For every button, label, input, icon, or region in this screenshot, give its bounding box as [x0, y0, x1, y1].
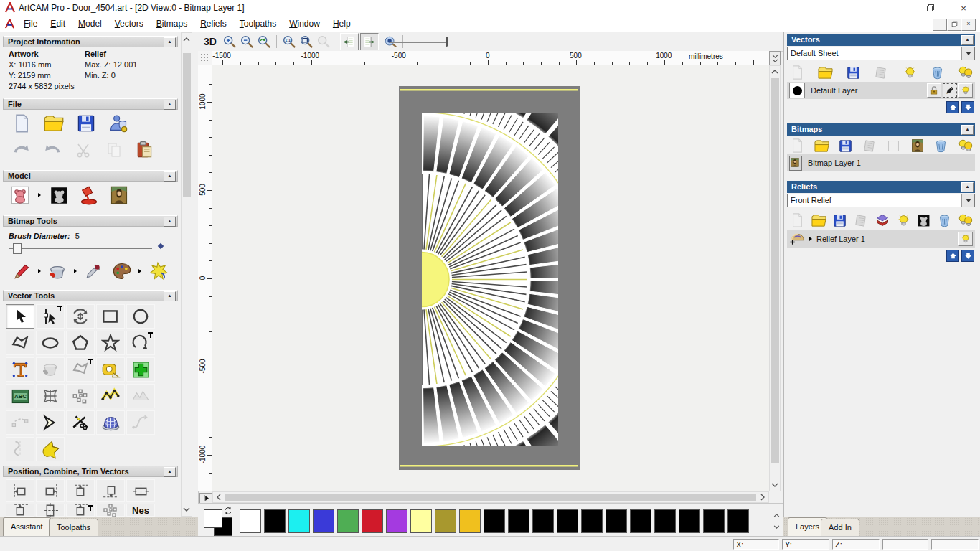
new-relief-layer-button[interactable]: [790, 213, 804, 229]
save-model-button[interactable]: [73, 113, 99, 134]
flyout-arrow-icon[interactable]: [38, 269, 41, 273]
bitmaps-header[interactable]: Bitmaps ▲: [787, 123, 975, 136]
fit-curve-to-points-tool[interactable]: [96, 384, 125, 408]
scroll-down-icon[interactable]: [770, 480, 780, 490]
tab-assistant[interactable]: Assistant: [3, 517, 51, 537]
flyout-arrow-icon[interactable]: [74, 269, 77, 273]
create-star-tool[interactable]: [96, 331, 125, 355]
mdi-close-button[interactable]: ×: [961, 19, 976, 31]
create-polyline-tool[interactable]: [6, 331, 34, 355]
bitmap-layer-row[interactable]: Bitmap Layer 1: [787, 154, 975, 171]
zoom-previous-button[interactable]: [255, 34, 273, 50]
greyscale-from-relief-button[interactable]: [917, 214, 930, 229]
canvas-hscrollbar[interactable]: [212, 491, 769, 503]
align-top-tool[interactable]: [66, 479, 95, 502]
fit-arcs-tool[interactable]: [6, 410, 34, 435]
create-ellipse-tool[interactable]: [36, 331, 65, 355]
2d-view-canvas[interactable]: [212, 65, 769, 491]
collapse-button[interactable]: ▲: [164, 467, 176, 477]
brush-slider-handle[interactable]: [13, 243, 22, 254]
edit-layer-button[interactable]: [943, 83, 957, 98]
palette-swatch-3[interactable]: [313, 509, 334, 533]
copy-button[interactable]: [101, 139, 127, 161]
contrast-slider-track[interactable]: [390, 42, 446, 43]
menu-model[interactable]: Model: [72, 16, 108, 31]
collapse-button[interactable]: ▲: [961, 125, 974, 135]
primary-colour-chip[interactable]: [204, 509, 222, 528]
scroll-left-icon[interactable]: [214, 492, 224, 502]
create-bisector-tool[interactable]: [36, 410, 65, 435]
paste-along-curve-tool[interactable]: [6, 384, 34, 408]
palette-swatch-6[interactable]: [386, 509, 407, 533]
menu-bitmaps[interactable]: Bitmaps: [150, 16, 194, 31]
palette-swatch-17[interactable]: [654, 509, 676, 533]
menu-vectors[interactable]: Vectors: [108, 16, 150, 31]
dropdown-button[interactable]: [961, 47, 974, 60]
menu-window[interactable]: Window: [283, 16, 326, 31]
vector-doctor-tool[interactable]: [126, 357, 155, 382]
delete-bitmap-layer-button[interactable]: [934, 139, 948, 154]
section-bitmap-tools[interactable]: Bitmap Tools ▲: [3, 215, 178, 227]
ruler-units-dropdown[interactable]: [769, 51, 781, 65]
vector-sheet-select[interactable]: Default Sheet: [787, 47, 975, 60]
tab-add-in[interactable]: Add In: [821, 519, 859, 537]
zoom-1-1-button[interactable]: [281, 34, 298, 50]
flyout-arrow-icon[interactable]: [138, 269, 141, 273]
open-relief-layer-button[interactable]: [811, 213, 826, 230]
layer-visibility-button[interactable]: [958, 83, 973, 98]
section-file[interactable]: File ▲: [3, 98, 178, 110]
scroll-right-icon[interactable]: [758, 492, 768, 502]
create-star-wizard-tool[interactable]: [36, 437, 65, 461]
tab-toolpaths[interactable]: Toolpaths: [49, 519, 98, 537]
palette-scroll-up[interactable]: [772, 511, 781, 519]
palette-swatch-0[interactable]: [240, 509, 261, 533]
envelope-distortion-tool[interactable]: [36, 384, 65, 408]
palette-swatch-20[interactable]: [727, 509, 749, 533]
palette-swatch-1[interactable]: [264, 509, 286, 533]
delete-relief-layer-button[interactable]: [938, 214, 951, 229]
layer-colour-swatch[interactable]: [789, 83, 805, 98]
relief-visibility-button[interactable]: [897, 214, 910, 229]
dropdown-button[interactable]: [961, 194, 974, 207]
palette-swatch-19[interactable]: [703, 509, 725, 533]
assistant-scrollbar[interactable]: [181, 32, 192, 517]
block-copy-tool[interactable]: [66, 384, 95, 408]
palette-swatch-16[interactable]: [630, 509, 651, 533]
spline-vectors-tool[interactable]: [126, 410, 155, 435]
invert-relief-button[interactable]: [46, 184, 72, 206]
align-centre-tool[interactable]: [126, 479, 155, 502]
palette-swatch-12[interactable]: [532, 509, 554, 533]
trim-weld-tool[interactable]: [66, 357, 95, 382]
toggle-all-reliefs-button[interactable]: [958, 212, 974, 230]
open-bitmap-layer-button[interactable]: [814, 138, 829, 155]
new-vector-layer-button[interactable]: [790, 65, 804, 81]
palette-swatch-7[interactable]: [410, 509, 432, 533]
palette-swatch-9[interactable]: [459, 509, 481, 533]
scrollbar-thumb[interactable]: [183, 53, 191, 197]
palette-swatch-13[interactable]: [557, 509, 578, 533]
greyscale-preview-button[interactable]: [887, 139, 900, 154]
mdi-restore-button[interactable]: [947, 19, 961, 31]
open-vector-layer-button[interactable]: [818, 65, 833, 82]
scroll-down-icon[interactable]: [182, 504, 192, 514]
scrollbar-thumb[interactable]: [771, 78, 779, 463]
toggle-all-layers-button[interactable]: [958, 65, 974, 82]
create-arc-tool[interactable]: [126, 331, 155, 355]
section-position-combine-trim[interactable]: Position, Combine, Trim Vectors ▲: [3, 466, 178, 477]
create-circle-tool[interactable]: [126, 304, 155, 329]
zoom-selection-button[interactable]: [315, 34, 332, 50]
restore-button[interactable]: [914, 0, 947, 16]
close-button[interactable]: ×: [947, 0, 980, 16]
relief-layer-row[interactable]: Relief Layer 1: [787, 230, 975, 248]
draw-on-bitmap-button[interactable]: [360, 33, 379, 50]
scatter-copies-tool[interactable]: [96, 504, 125, 517]
palette-swatch-10[interactable]: [484, 509, 505, 533]
vector-layer-row[interactable]: Default Layer: [787, 82, 975, 99]
pan-lock-button[interactable]: [199, 493, 212, 504]
redo-button[interactable]: [39, 139, 65, 161]
paste-button[interactable]: [132, 139, 158, 161]
node-editing-tool[interactable]: [36, 304, 65, 329]
light-setup-button[interactable]: [76, 184, 102, 206]
menu-help[interactable]: Help: [326, 16, 357, 31]
minimize-button[interactable]: –: [881, 0, 914, 16]
